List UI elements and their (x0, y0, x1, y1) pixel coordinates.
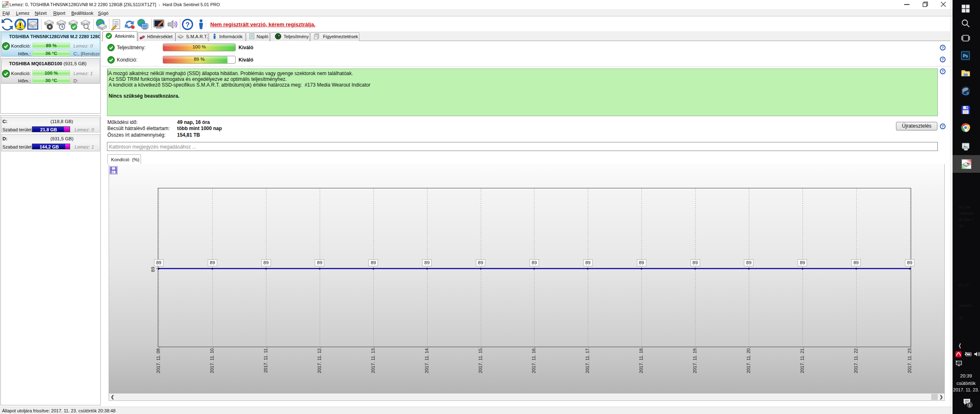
svg-text:?: ? (185, 21, 189, 28)
svg-text:1: 1 (969, 403, 971, 407)
svg-text:?: ? (941, 45, 944, 50)
svg-text:?: ? (941, 57, 944, 62)
svg-text:?: ? (941, 124, 944, 128)
svg-text:Ps: Ps (963, 54, 968, 58)
svg-text:?: ? (941, 69, 944, 73)
